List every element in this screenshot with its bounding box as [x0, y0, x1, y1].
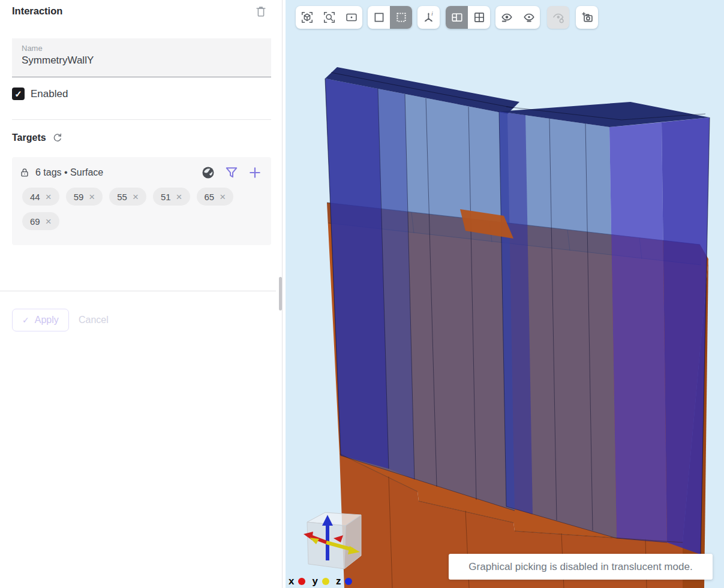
tag-pill[interactable]: 51×: [153, 188, 190, 206]
show-hidden-button[interactable]: [547, 6, 569, 29]
x-axis-label: x: [289, 575, 294, 587]
viewport-toolbar: i: [296, 6, 598, 29]
z-axis-dot: [345, 578, 352, 585]
hide-unselected-button[interactable]: [518, 6, 540, 29]
hide-selected-button[interactable]: [495, 6, 518, 29]
tags-summary: 6 tags • Surface: [35, 167, 196, 178]
zoom-selection-icon: [323, 11, 336, 24]
toast-message: Graphical picking is disabled in translu…: [449, 554, 713, 580]
remove-tag-icon[interactable]: ×: [220, 192, 226, 202]
remove-tag-icon[interactable]: ×: [89, 192, 95, 202]
z-axis-label: z: [336, 575, 341, 587]
eye-minus-icon: [500, 11, 513, 24]
targets-title: Targets: [12, 132, 46, 143]
toolbar-group-layout: [446, 6, 490, 29]
panel-divider: [282, 0, 283, 588]
box-select-icon: [372, 11, 386, 24]
trash-icon: [254, 5, 268, 18]
tag-pill[interactable]: 55×: [109, 188, 146, 206]
add-target-button[interactable]: [248, 166, 262, 179]
tag-pill[interactable]: 69×: [22, 212, 59, 230]
zoom-to-selection-button[interactable]: [318, 6, 340, 29]
center-view-icon: [345, 11, 358, 24]
eye-dot-minus-icon: [522, 11, 536, 24]
3d-viewport[interactable]: i: [286, 0, 724, 588]
cancel-button[interactable]: Cancel: [79, 309, 109, 331]
y-axis-label: y: [312, 575, 317, 587]
orientation-gizmo[interactable]: [290, 505, 374, 578]
box-select-button[interactable]: [368, 6, 390, 29]
name-input-value: SymmetryWallY: [22, 55, 262, 67]
apply-button[interactable]: ✓ Apply: [12, 309, 69, 331]
camera-plus-icon: [581, 11, 594, 24]
check-icon: ✓: [22, 315, 29, 325]
lock-icon: [19, 167, 30, 178]
targets-card-header: 6 tags • Surface: [12, 157, 271, 179]
global-scope-button[interactable]: [202, 166, 215, 179]
model-canvas[interactable]: [286, 0, 724, 588]
toolbar-group-view: [296, 6, 362, 29]
remove-tag-icon[interactable]: ×: [46, 192, 52, 202]
y-axis-dot: [322, 578, 329, 585]
enabled-label: Enabled: [31, 88, 68, 100]
grid-view-button[interactable]: [468, 6, 490, 29]
dashed-box-select-button[interactable]: [390, 6, 412, 29]
refresh-targets-button[interactable]: [52, 132, 64, 144]
fit-view-button[interactable]: [296, 6, 318, 29]
remove-tag-icon[interactable]: ×: [176, 192, 182, 202]
toolbar-group-axes: i: [417, 6, 440, 29]
name-input-label: Name: [22, 44, 262, 53]
toast-text: Graphical picking is disabled in translu…: [468, 561, 692, 573]
apply-label: Apply: [35, 315, 59, 325]
divider: [12, 119, 271, 120]
x-axis-dot: [298, 578, 305, 585]
targets-heading: Targets: [12, 132, 64, 144]
sync-icon: [52, 132, 64, 144]
tag-label: 51: [161, 192, 171, 202]
toolbar-group-select: [368, 6, 412, 29]
center-view-button[interactable]: [340, 6, 362, 29]
name-input[interactable]: Name SymmetryWallY: [12, 38, 271, 77]
tag-pill[interactable]: 44×: [22, 188, 59, 206]
axis-legend: x y z: [289, 575, 355, 587]
remove-tag-icon[interactable]: ×: [46, 216, 52, 227]
page-title: Interaction: [12, 5, 62, 17]
enabled-row: ✓ Enabled: [12, 88, 68, 100]
eye-refresh-icon: [552, 11, 565, 24]
remove-tag-icon[interactable]: ×: [133, 192, 139, 202]
split-view-icon: [450, 11, 464, 24]
targets-card: 6 tags • Surface: [12, 157, 271, 245]
fit-view-icon: [301, 11, 314, 24]
tag-pill[interactable]: 59×: [66, 188, 103, 206]
tag-label: 59: [74, 192, 84, 202]
tag-pill[interactable]: 65×: [197, 188, 234, 206]
tag-label: 44: [30, 192, 40, 202]
toolbar-group-show-hidden: [547, 6, 569, 29]
grid-view-icon: [473, 11, 486, 24]
split-view-button[interactable]: [446, 6, 468, 29]
globe-icon: [202, 166, 215, 179]
plus-icon: [248, 166, 262, 179]
cancel-label: Cancel: [79, 315, 109, 325]
axes-info-icon: i: [422, 11, 435, 24]
enabled-checkbox[interactable]: ✓: [12, 88, 25, 100]
tag-label: 55: [117, 192, 127, 202]
tags-list: 44× 59× 55× 51× 65× 69×: [12, 179, 271, 230]
filter-button[interactable]: [225, 166, 238, 179]
divider: [0, 291, 276, 291]
interaction-panel: Interaction Name SymmetryWallY ✓ Enabled…: [0, 0, 282, 588]
toolbar-group-screenshot: [576, 6, 598, 29]
filter-icon: [225, 166, 238, 179]
tag-label: 69: [30, 216, 40, 227]
tag-label: 65: [205, 192, 215, 202]
axes-info-button[interactable]: i: [417, 6, 440, 29]
delete-button[interactable]: [254, 5, 268, 19]
svg-text:i: i: [431, 11, 433, 17]
toolbar-group-visibility: [495, 6, 540, 29]
dashed-box-select-icon: [395, 11, 408, 24]
app-window: Interaction Name SymmetryWallY ✓ Enabled…: [0, 0, 724, 588]
checkmark-icon: ✓: [14, 89, 22, 99]
screenshot-button[interactable]: [576, 6, 598, 29]
